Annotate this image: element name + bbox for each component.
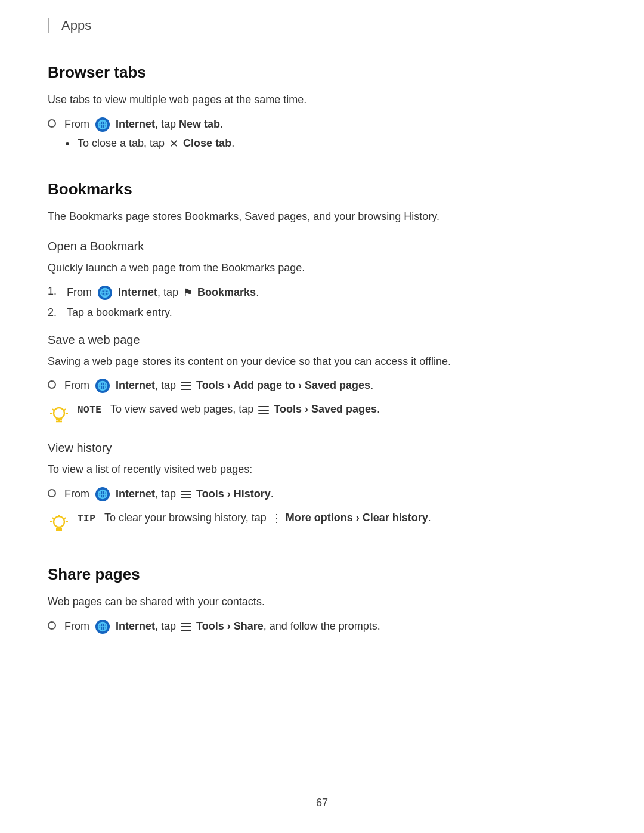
open-bookmark-title: Open a Bookmark [48,240,596,253]
close-x-icon: ✕ [169,137,178,150]
internet-icon [95,487,110,502]
internet-label: Internet [116,379,155,391]
section-bookmarks: Bookmarks The Bookmarks page stores Book… [48,180,596,535]
view-history-title: View history [48,441,596,455]
step-text: Tap a bookmark entry. [67,306,172,319]
tip-row: TIP To clear your browsing history, tap … [48,512,596,535]
lightbulb-tip-icon [48,513,70,535]
internet-icon [95,117,110,132]
svg-point-29 [54,516,64,527]
close-tab-instruction: To close a tab, tap ✕ Close tab. [78,137,234,150]
internet-label: Internet [118,286,157,298]
step-text: From Internet, tap ⚑ Bookmarks. [67,285,259,301]
list-item-sub: To close a tab, tap ✕ Close tab. [48,137,596,150]
hamburger-menu-icon [258,406,269,414]
circle-bullet-icon [48,380,56,389]
internet-icon [97,285,113,301]
note-label: NOTE [78,405,101,416]
svg-line-34 [52,518,54,519]
tools-share-label: Tools › Share [196,620,264,632]
page-title: Apps [61,18,91,33]
list-item: From Internet, tap Tools › Add page to ›… [48,378,596,394]
bookmarks-description: The Bookmarks page stores Bookmarks, Sav… [48,208,596,225]
list-item: From Internet, tap Tools › History. [48,487,596,502]
svg-line-20 [52,409,54,411]
hamburger-menu-icon [181,491,191,498]
svg-line-22 [64,409,66,411]
subsection-view-history: View history To view a list of recently … [48,441,596,535]
step-number: 1. [48,285,67,298]
close-tab-label: Close tab [183,137,231,149]
internet-icon [95,619,110,634]
more-options-icon: ⋮ [271,512,281,525]
browser-tabs-description: Use tabs to view multiple web pages at t… [48,91,596,109]
open-bookmark-steps: 1. From Internet, tap ⚑ Bookmarks. [48,285,596,319]
instruction-text: From Internet, tap Tools › Share, and fo… [64,619,380,634]
section-share-pages: Share pages Web pages can be shared with… [48,565,596,634]
bookmark-icon: ⚑ [183,286,193,299]
page-container: Apps Browser tabs Use tabs to view multi… [0,0,644,712]
share-pages-description: Web pages can be shared with your contac… [48,593,596,611]
note-content: NOTE To view saved web pages, tap Tools … [78,403,380,416]
list-item: 2. Tap a bookmark entry. [48,306,596,319]
internet-icon [95,378,110,394]
page-number: 67 [316,797,328,809]
list-item: 1. From Internet, tap ⚑ Bookmarks. [48,285,596,301]
list-item: From Internet, tap New tab. [48,117,596,132]
instruction-text: From Internet, tap Tools › History. [64,487,274,502]
save-page-title: Save a web page [48,333,596,347]
bookmarks-title: Bookmarks [48,180,596,199]
browser-tabs-instructions: From Internet, tap New tab. To close a t… [48,117,596,150]
page-footer: 67 [0,797,644,809]
instruction-text: From Internet, tap Tools › Add page to ›… [64,378,373,394]
svg-point-15 [54,408,64,419]
internet-label: Internet [116,488,155,500]
svg-line-36 [64,518,66,519]
tip-content: TIP To clear your browsing history, tap … [78,512,431,525]
save-page-description: Saving a web page stores its content on … [48,353,596,370]
lightbulb-icon [48,404,70,427]
bookmarks-label: Bookmarks [197,286,256,298]
internet-label: Internet [116,118,155,130]
dot-bullet-icon [66,142,69,145]
save-page-instructions: From Internet, tap Tools › Add page to ›… [48,378,596,394]
circle-bullet-icon [48,489,56,497]
circle-bullet-icon [48,119,56,128]
new-tab-label: New tab [179,118,220,130]
view-history-description: To view a list of recently visited web p… [48,461,596,478]
note-row: NOTE To view saved web pages, tap Tools … [48,403,596,427]
browser-tabs-title: Browser tabs [48,63,596,82]
share-pages-instructions: From Internet, tap Tools › Share, and fo… [48,619,596,634]
share-pages-title: Share pages [48,565,596,584]
section-browser-tabs: Browser tabs Use tabs to view multiple w… [48,63,596,150]
step-number: 2. [48,306,67,319]
list-item: From Internet, tap Tools › Share, and fo… [48,619,596,634]
tools-saved-view-label: Tools › Saved pages [274,403,377,415]
hamburger-menu-icon [181,382,191,390]
tools-saved-label: Tools › Add page to › Saved pages [196,379,370,391]
page-header: Apps [48,18,596,33]
hamburger-menu-icon [181,623,191,631]
more-options-label: More options › Clear history [286,512,428,524]
tools-history-label: Tools › History [196,488,271,500]
internet-label: Internet [116,620,155,632]
tip-label: TIP [78,513,95,524]
subsection-open-bookmark: Open a Bookmark Quickly launch a web pag… [48,240,596,319]
view-history-instructions: From Internet, tap Tools › History. [48,487,596,502]
open-bookmark-description: Quickly launch a web page from the Bookm… [48,259,596,277]
circle-bullet-icon [48,621,56,630]
instruction-text: From Internet, tap New tab. [64,117,223,132]
subsection-save-page: Save a web page Saving a web page stores… [48,333,596,428]
